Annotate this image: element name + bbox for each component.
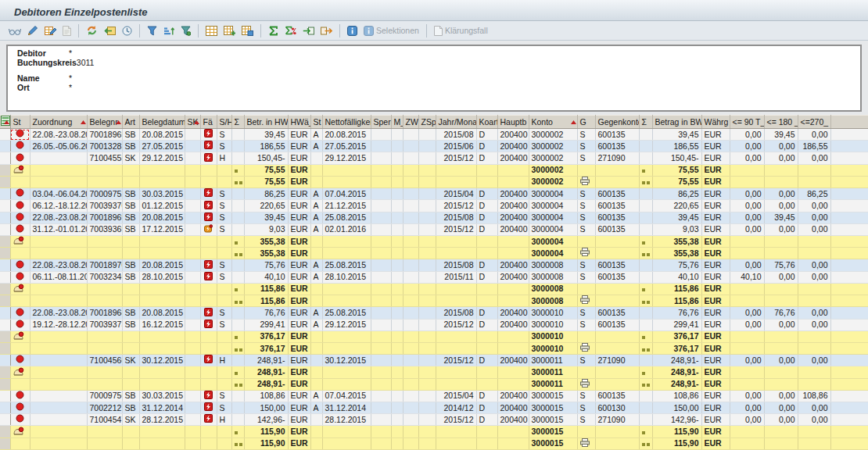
cell-art[interactable]: [122, 176, 139, 188]
subtotal-row[interactable]: 115,90EUR3000015115,90EUR: [0, 426, 868, 438]
cell-net[interactable]: 28.12.2015: [322, 414, 371, 426]
cell-m[interactable]: [391, 438, 403, 449]
cell-t270[interactable]: 0,00: [798, 223, 830, 235]
cell-net[interactable]: 25.08.2015: [322, 259, 371, 271]
cell-konto[interactable]: 3000011: [529, 366, 577, 378]
cell-zsp[interactable]: [418, 426, 436, 438]
cell-sperre[interactable]: [371, 164, 391, 176]
cell-w[interactable]: EUR: [701, 307, 730, 319]
cell-jm[interactable]: 2015/08: [436, 307, 476, 319]
cell-hwae[interactable]: EUR: [288, 366, 310, 378]
cell-w[interactable]: EUR: [701, 200, 730, 212]
cell-beleg[interactable]: [87, 248, 122, 259]
cell-sig2[interactable]: [639, 176, 652, 188]
cell-zuo[interactable]: [30, 176, 87, 188]
cell-zsp[interactable]: [418, 164, 436, 176]
cell-hb[interactable]: 200400: [497, 402, 529, 414]
cell-fae[interactable]: [200, 259, 217, 271]
cell-hw[interactable]: 9,03: [244, 223, 288, 235]
cell-g[interactable]: S: [577, 200, 595, 212]
cell-ko[interactable]: D: [476, 355, 497, 366]
cell-konto[interactable]: 3000015: [529, 402, 577, 414]
cell-sk[interactable]: [185, 129, 200, 141]
cell-zuo[interactable]: 22.08.-23.08.20_: [30, 259, 87, 271]
cell-ko[interactable]: [476, 366, 497, 378]
cell-sperre[interactable]: [371, 152, 391, 164]
cell-bw[interactable]: 9,03: [652, 223, 701, 235]
cell-t270[interactable]: 0,00: [798, 259, 830, 271]
cell-bdat[interactable]: 17.12.2015: [139, 223, 185, 235]
cell-t90[interactable]: 0,00: [730, 259, 764, 271]
cell-sperre[interactable]: [371, 366, 391, 378]
cell-sh[interactable]: S: [217, 390, 231, 402]
cell-sh[interactable]: S: [217, 402, 231, 414]
cell-t90[interactable]: 0,00: [730, 319, 764, 330]
cell-ko[interactable]: [476, 176, 497, 188]
cell-hw[interactable]: 376,17: [244, 330, 288, 342]
cell-st[interactable]: [10, 330, 30, 342]
cell-sk[interactable]: [185, 235, 200, 247]
cell-konto[interactable]: 3000004: [529, 223, 577, 235]
cell-sig1[interactable]: [231, 259, 244, 271]
cell-hb[interactable]: 200400: [497, 355, 529, 366]
cell-sperre[interactable]: [371, 235, 391, 247]
cell-bw[interactable]: 220,65: [652, 200, 701, 212]
cell-bdat[interactable]: 20.08.2015: [139, 212, 185, 223]
subtotal-button[interactable]: [282, 23, 299, 39]
cell-st2[interactable]: A: [310, 307, 322, 319]
cell-w[interactable]: EUR: [701, 319, 730, 330]
cell-konto[interactable]: 3000002: [529, 164, 577, 176]
cell-t90[interactable]: 0,00: [730, 129, 764, 141]
cell-beleg[interactable]: [87, 366, 122, 378]
cell-sel[interactable]: [0, 378, 10, 390]
cell-sel[interactable]: [0, 355, 10, 366]
col-konto[interactable]: Konto: [529, 116, 577, 129]
cell-st2[interactable]: [310, 414, 322, 426]
cell-t270[interactable]: 0,00: [798, 152, 830, 164]
cell-zsp[interactable]: [418, 402, 436, 414]
cell-hwae[interactable]: EUR: [288, 438, 310, 449]
cell-st2[interactable]: [310, 330, 322, 342]
cell-zsp[interactable]: [418, 438, 436, 449]
cell-bdat[interactable]: [139, 295, 185, 307]
cell-sig1[interactable]: [231, 141, 244, 152]
col-bdat[interactable]: Belegdatum: [139, 116, 185, 129]
cell-zsp[interactable]: [418, 414, 436, 426]
cell-sel[interactable]: [0, 235, 10, 247]
cell-ko[interactable]: D: [476, 129, 497, 141]
cell-sh[interactable]: H: [217, 152, 231, 164]
col-hb[interactable]: Hauptb: [497, 116, 529, 129]
cell-zuo[interactable]: [30, 378, 87, 390]
cell-st2[interactable]: A: [310, 271, 322, 283]
cell-t270[interactable]: [798, 164, 830, 176]
cell-hwae[interactable]: EUR: [288, 355, 310, 366]
cell-sk[interactable]: [185, 259, 200, 271]
cell-hw[interactable]: 376,17: [244, 342, 288, 354]
cell-st[interactable]: [10, 342, 30, 354]
cell-bw[interactable]: 299,41: [652, 319, 701, 330]
cell-zsp[interactable]: [418, 200, 436, 212]
cell-jm[interactable]: [436, 235, 476, 247]
cell-hb[interactable]: 200400: [497, 141, 529, 152]
cell-sig1[interactable]: [231, 283, 244, 295]
cell-t180[interactable]: [764, 438, 798, 449]
cell-jm[interactable]: [436, 295, 476, 307]
cell-ko[interactable]: D: [476, 223, 497, 235]
cell-gk[interactable]: 271090: [595, 414, 639, 426]
cell-gk[interactable]: 600130: [595, 402, 639, 414]
change-layout-button[interactable]: [221, 23, 239, 39]
cell-konto[interactable]: 3000004: [529, 188, 577, 200]
cell-fae[interactable]: [200, 164, 217, 176]
total-row[interactable]: 115,86EUR3000008115,86EUR: [0, 295, 868, 307]
cell-g[interactable]: S: [577, 355, 595, 366]
cell-t270[interactable]: 0,00: [798, 402, 830, 414]
cell-hwae[interactable]: EUR: [288, 141, 310, 152]
cell-sig1[interactable]: [231, 152, 244, 164]
cell-st2[interactable]: [310, 355, 322, 366]
cell-m[interactable]: [391, 319, 403, 330]
cell-fae[interactable]: [200, 235, 217, 247]
cell-sig2[interactable]: [639, 390, 652, 402]
cell-st2[interactable]: [310, 176, 322, 188]
cell-gk[interactable]: [595, 330, 639, 342]
cell-t90[interactable]: 0,00: [730, 212, 764, 223]
